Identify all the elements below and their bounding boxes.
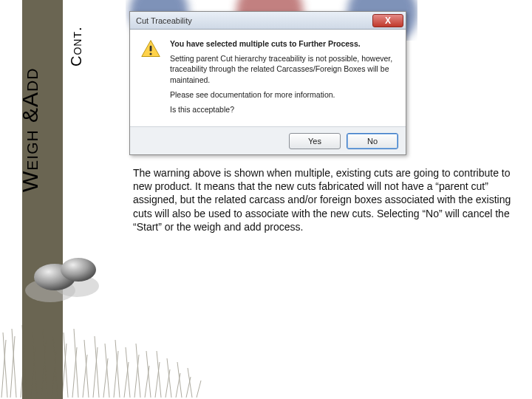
yes-button-label: Yes bbox=[308, 137, 321, 146]
dialog-line-3: Please see documentation for more inform… bbox=[170, 89, 395, 100]
svg-rect-5 bbox=[150, 46, 152, 52]
dialog-line-1: You have selected multiple cuts to Furth… bbox=[170, 38, 395, 49]
close-button[interactable]: X bbox=[372, 14, 403, 27]
warning-icon bbox=[140, 38, 161, 119]
dialog-body: You have selected multiple cuts to Furth… bbox=[130, 30, 406, 126]
dialog-footer: Yes No bbox=[130, 126, 406, 154]
dialog-line-4: Is this acceptable? bbox=[170, 104, 395, 115]
warning-dialog: Cut Traceability X You have selected mul… bbox=[129, 11, 406, 155]
yes-button[interactable]: Yes bbox=[289, 133, 341, 149]
explanation-paragraph: The warning above is shown when multiple… bbox=[133, 166, 514, 233]
dialog-title: Cut Traceability bbox=[136, 16, 192, 25]
no-button[interactable]: No bbox=[347, 133, 398, 149]
dialog-titlebar: Cut Traceability X bbox=[130, 12, 406, 30]
page-title: Weigh &Add bbox=[18, 68, 43, 192]
dialog-text: You have selected multiple cuts to Furth… bbox=[170, 38, 395, 119]
close-icon: X bbox=[385, 16, 391, 25]
no-button-label: No bbox=[367, 137, 378, 146]
page-subtitle: Cont. bbox=[68, 26, 85, 66]
slide: Weigh &Add Cont. bbox=[0, 0, 532, 399]
svg-point-6 bbox=[149, 52, 151, 55]
decorative-scribble bbox=[0, 310, 222, 399]
svg-point-3 bbox=[61, 258, 96, 282]
dialog-line-2: Setting parent Cut hierarchy traceabilit… bbox=[170, 53, 395, 85]
decorative-pebbles bbox=[22, 248, 103, 307]
